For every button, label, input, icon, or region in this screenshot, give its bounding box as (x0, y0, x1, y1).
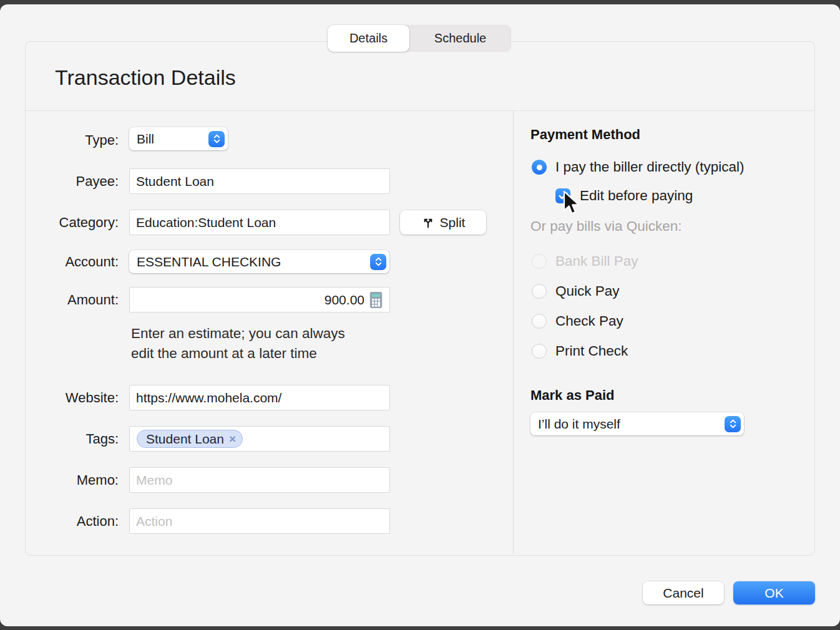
tab-details[interactable]: Details (328, 25, 409, 52)
payee-input[interactable] (129, 168, 390, 194)
edit-before-paying-label: Edit before paying (580, 188, 693, 204)
action-label: Action: (25, 513, 119, 530)
split-branch-icon (421, 216, 435, 230)
account-popup[interactable]: ESSENTIAL CHECKING (129, 250, 389, 273)
radio-off-icon (532, 254, 547, 269)
split-button[interactable]: Split (400, 210, 486, 235)
type-popup[interactable]: Bill (129, 127, 228, 150)
memo-input[interactable] (129, 467, 390, 493)
type-popup-value: Bill (137, 132, 208, 147)
radio-quick-pay-label: Quick Pay (555, 283, 620, 299)
memo-label: Memo: (25, 472, 119, 488)
radio-off-icon (532, 344, 547, 359)
payee-label: Payee: (25, 173, 119, 190)
category-label: Category: (25, 215, 119, 231)
tag-student-loan[interactable]: Student Loan × (137, 430, 243, 448)
radio-print-check-label: Print Check (555, 343, 628, 359)
tags-input[interactable]: Student Loan × (129, 426, 390, 452)
transaction-dialog: Details Schedule Transaction Details Typ… (0, 4, 840, 626)
radio-bank-bill-pay-label: Bank Bill Pay (555, 253, 638, 269)
tags-label: Tags: (25, 431, 119, 447)
radio-bank-bill-pay: Bank Bill Pay (532, 253, 638, 269)
checkbox-checked-icon (555, 188, 570, 203)
radio-check-pay[interactable]: Check Pay (532, 313, 623, 329)
amount-hint-line2: edit the amount at a later time (131, 344, 345, 364)
mark-as-paid-value: I’ll do it myself (538, 417, 725, 432)
category-input[interactable] (129, 210, 390, 235)
amount-hint-line1: Enter an estimate; you can always (131, 324, 345, 344)
chevron-up-down-icon (370, 254, 386, 270)
radio-pay-biller-directly[interactable]: I pay the biller directly (typical) (532, 159, 745, 175)
amount-hint: Enter an estimate; you can always edit t… (131, 324, 345, 364)
action-input[interactable] (129, 508, 390, 534)
payment-method-heading: Payment Method (530, 127, 640, 143)
ok-button[interactable]: OK (733, 581, 815, 604)
website-label: Website: (25, 390, 119, 406)
website-input[interactable] (129, 385, 390, 410)
or-pay-via-quicken-label: Or pay bills via Quicken: (530, 218, 682, 235)
mark-as-paid-heading: Mark as Paid (530, 387, 615, 404)
account-label: Account: (25, 254, 119, 270)
cancel-button[interactable]: Cancel (643, 581, 724, 604)
header-divider (26, 110, 814, 111)
column-divider (513, 111, 514, 555)
edit-before-paying-checkbox[interactable]: Edit before paying (555, 188, 693, 204)
radio-quick-pay[interactable]: Quick Pay (532, 283, 620, 299)
split-button-label: Split (440, 215, 466, 230)
amount-label: Amount: (25, 292, 119, 308)
radio-off-icon (532, 284, 547, 299)
radio-print-check[interactable]: Print Check (532, 343, 628, 359)
radio-pay-biller-directly-label: I pay the biller directly (typical) (555, 159, 745, 175)
amount-input[interactable] (129, 287, 390, 313)
radio-off-icon (532, 314, 547, 329)
radio-on-icon (532, 160, 547, 175)
page-title: Transaction Details (55, 65, 236, 90)
radio-check-pay-label: Check Pay (555, 313, 623, 329)
type-label: Type: (25, 132, 119, 148)
calculator-icon[interactable] (369, 291, 383, 311)
account-popup-value: ESSENTIAL CHECKING (137, 254, 370, 269)
tag-label: Student Loan (146, 432, 224, 447)
mark-as-paid-popup[interactable]: I’ll do it myself (530, 412, 744, 435)
chevron-up-down-icon (725, 416, 741, 432)
tab-bar: Details Schedule (328, 25, 511, 52)
tag-remove-icon[interactable]: × (229, 432, 236, 446)
chevron-up-down-icon (208, 131, 225, 147)
tab-schedule[interactable]: Schedule (409, 25, 511, 52)
